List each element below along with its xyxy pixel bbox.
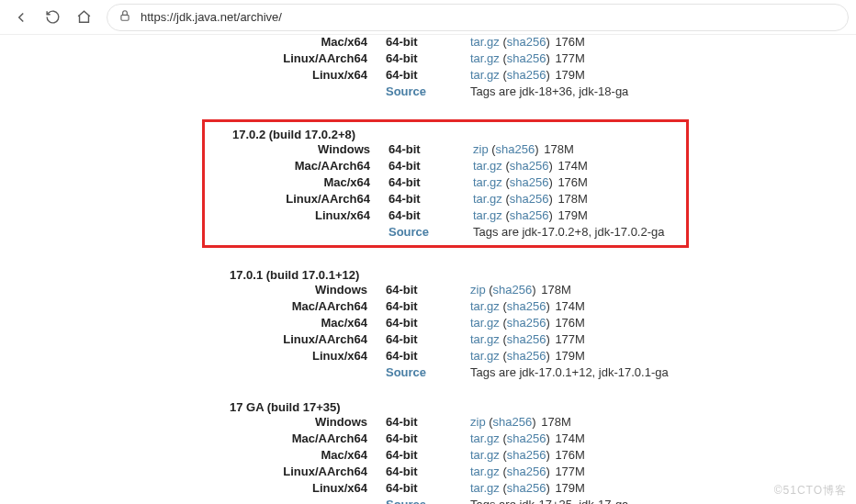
download-links: tar.gz (sha256) 174M xyxy=(470,299,585,313)
download-links: tar.gz (sha256) 179M xyxy=(470,481,585,495)
platform-label: Linux/x64 xyxy=(205,208,370,222)
download-links: tar.gz (sha256) 176M xyxy=(470,448,585,462)
hash-link[interactable]: sha256 xyxy=(510,192,549,206)
hash-link[interactable]: sha256 xyxy=(510,159,549,173)
hash-link[interactable]: sha256 xyxy=(507,68,546,82)
hash-link[interactable]: sha256 xyxy=(507,51,546,65)
watermark: ©51CTO博客 xyxy=(774,483,847,498)
size-label: 178M xyxy=(555,192,588,206)
file-link[interactable]: tar.gz xyxy=(470,316,500,330)
hash-link[interactable]: sha256 xyxy=(507,465,546,478)
file-link[interactable]: tar.gz xyxy=(473,159,502,173)
refresh-button[interactable] xyxy=(39,4,66,31)
download-row: Mac/x6464-bittar.gz (sha256) 176M xyxy=(205,175,686,192)
download-row: Linux/AArch6464-bittar.gz (sha256) 177M xyxy=(202,332,856,349)
hash-link[interactable]: sha256 xyxy=(507,448,546,462)
arch-label: 64-bit xyxy=(389,208,455,222)
hash-link[interactable]: sha256 xyxy=(507,431,546,445)
file-link[interactable]: tar.gz xyxy=(470,35,500,49)
size-label: 178M xyxy=(541,142,574,156)
arch-label: 64-bit xyxy=(389,159,455,173)
highlighted-version: 17.0.2 (build 17.0.2+8)Windows64-bitzip … xyxy=(202,119,689,248)
download-row: Mac/AArch6464-bittar.gz (sha256) 174M xyxy=(202,299,856,316)
download-row: Linux/x6464-bittar.gz (sha256) 179M xyxy=(202,68,856,84)
address-bar[interactable]: https://jdk.java.net/archive/ xyxy=(107,4,849,31)
download-row: Mac/x6464-bittar.gz (sha256) 176M xyxy=(202,448,856,465)
source-row: SourceTags are jdk-18+36, jdk-18-ga xyxy=(202,84,856,101)
download-links: tar.gz (sha256) 177M xyxy=(470,332,585,346)
file-link[interactable]: zip xyxy=(470,415,486,429)
file-link[interactable]: zip xyxy=(470,283,486,297)
download-row: Mac/x6464-bittar.gz (sha256) 176M xyxy=(202,35,856,51)
file-link[interactable]: tar.gz xyxy=(473,192,502,206)
file-link[interactable]: tar.gz xyxy=(470,332,500,346)
download-links: tar.gz (sha256) 174M xyxy=(470,431,585,445)
source-row: SourceTags are jdk-17+35, jdk-17-ga xyxy=(202,498,856,504)
size-label: 178M xyxy=(538,415,571,429)
hash-link[interactable]: sha256 xyxy=(507,481,546,495)
platform-label: Mac/AArch64 xyxy=(202,431,367,445)
size-label: 176M xyxy=(555,175,588,189)
platform-label: Mac/AArch64 xyxy=(202,299,367,313)
file-link[interactable]: tar.gz xyxy=(470,349,500,363)
download-links: zip (sha256) 178M xyxy=(470,415,571,429)
size-label: 177M xyxy=(552,332,585,346)
platform-label: Windows xyxy=(202,283,367,297)
file-link[interactable]: tar.gz xyxy=(470,465,500,478)
platform-label: Linux/AArch64 xyxy=(202,332,367,346)
arch-label: 64-bit xyxy=(386,51,452,65)
platform-label: Mac/x64 xyxy=(202,448,367,462)
file-link[interactable]: zip xyxy=(473,142,489,156)
download-row: Mac/AArch6464-bittar.gz (sha256) 174M xyxy=(205,159,686,175)
source-row: SourceTags are jdk-17.0.2+8, jdk-17.0.2-… xyxy=(205,225,686,241)
size-label: 178M xyxy=(538,283,571,297)
download-links: tar.gz (sha256) 176M xyxy=(470,35,585,49)
lock-icon xyxy=(118,9,131,25)
hash-link[interactable]: sha256 xyxy=(507,299,546,313)
arch-label: 64-bit xyxy=(386,431,452,445)
platform-label: Windows xyxy=(202,415,367,429)
source-label: Source xyxy=(386,365,452,379)
file-link[interactable]: tar.gz xyxy=(470,299,500,313)
hash-link[interactable]: sha256 xyxy=(510,175,549,189)
version-header: 17.0.1 (build 17.0.1+12) xyxy=(202,266,856,283)
arch-label: 64-bit xyxy=(386,415,452,429)
hash-link[interactable]: sha256 xyxy=(493,283,533,297)
file-link[interactable]: tar.gz xyxy=(470,51,500,65)
download-row: Windows64-bitzip (sha256) 178M xyxy=(205,142,686,159)
platform-label: Linux/x64 xyxy=(202,349,367,363)
download-row: Linux/AArch6464-bittar.gz (sha256) 177M xyxy=(202,465,856,481)
file-link[interactable]: tar.gz xyxy=(473,175,502,189)
platform-label: Mac/x64 xyxy=(202,35,367,49)
arch-label: 64-bit xyxy=(386,283,452,297)
hash-link[interactable]: sha256 xyxy=(493,415,533,429)
hash-link[interactable]: sha256 xyxy=(507,35,546,49)
hash-link[interactable]: sha256 xyxy=(507,316,546,330)
arch-label: 64-bit xyxy=(386,316,452,330)
size-label: 177M xyxy=(552,465,585,478)
hash-link[interactable]: sha256 xyxy=(507,332,546,346)
file-link[interactable]: tar.gz xyxy=(473,208,502,222)
platform-label: Linux/x64 xyxy=(202,68,367,82)
download-links: tar.gz (sha256) 177M xyxy=(470,51,585,65)
source-label: Source xyxy=(389,225,455,239)
platform-label: Linux/x64 xyxy=(202,481,367,495)
size-label: 177M xyxy=(552,51,585,65)
svg-rect-0 xyxy=(121,15,129,20)
download-links: tar.gz (sha256) 179M xyxy=(470,68,585,82)
hash-link[interactable]: sha256 xyxy=(510,208,549,222)
file-link[interactable]: tar.gz xyxy=(470,481,500,495)
home-button[interactable] xyxy=(70,4,97,31)
file-link[interactable]: tar.gz xyxy=(470,431,500,445)
size-label: 176M xyxy=(552,316,585,330)
file-link[interactable]: tar.gz xyxy=(470,68,500,82)
hash-link[interactable]: sha256 xyxy=(496,142,535,156)
file-link[interactable]: tar.gz xyxy=(470,448,500,462)
download-links: tar.gz (sha256) 179M xyxy=(473,208,588,222)
hash-link[interactable]: sha256 xyxy=(507,349,546,363)
size-label: 174M xyxy=(552,431,585,445)
download-row: Linux/AArch6464-bittar.gz (sha256) 178M xyxy=(205,192,686,208)
back-button[interactable] xyxy=(7,4,35,31)
platform-label: Linux/AArch64 xyxy=(202,51,367,65)
platform-label: Mac/AArch64 xyxy=(205,159,370,173)
